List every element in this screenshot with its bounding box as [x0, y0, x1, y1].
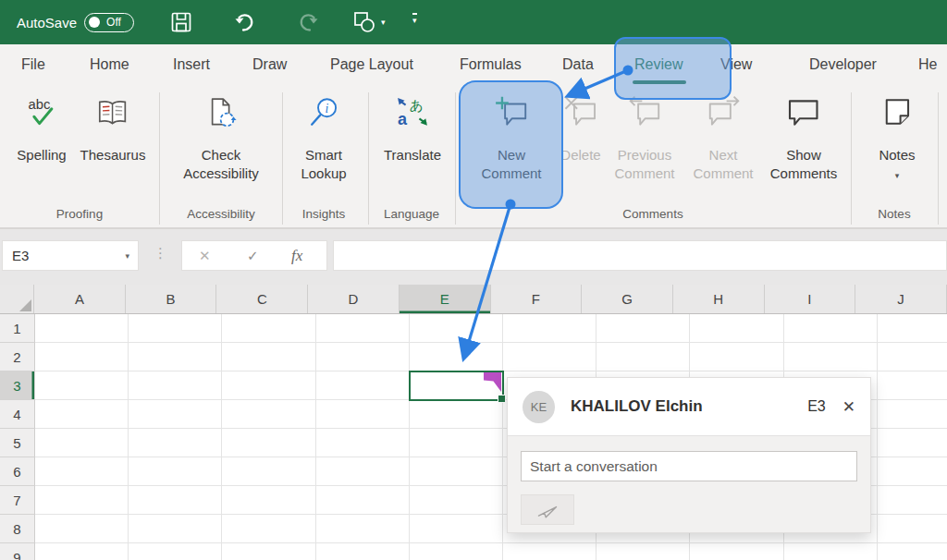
smart-lookup-icon: i — [307, 96, 340, 129]
comment-input[interactable] — [521, 451, 857, 481]
group-label-insights: Insights — [302, 207, 346, 221]
svg-text:a: a — [398, 110, 408, 128]
notes-button[interactable]: Notes▾ — [879, 96, 915, 185]
row-header-5[interactable]: 5 — [0, 429, 35, 457]
thesaurus-button[interactable]: Thesaurus — [80, 96, 146, 164]
column-headers: A B C D E F G H I J — [0, 285, 947, 314]
group-label-accessibility: Accessibility — [187, 207, 255, 221]
selected-cell-e3[interactable] — [409, 371, 504, 401]
thesaurus-icon — [96, 96, 129, 129]
show-comments-button[interactable]: ShowComments — [770, 96, 838, 183]
column-header-a[interactable]: A — [34, 285, 126, 313]
customize-qat-icon[interactable]: ▾ — [412, 13, 417, 25]
tab-review[interactable]: Review — [634, 56, 683, 73]
send-icon — [535, 500, 560, 520]
show-comments-icon — [785, 95, 822, 130]
tab-view[interactable]: View — [720, 56, 752, 73]
confirm-entry-icon[interactable]: ✓ — [247, 241, 259, 270]
translate-button[interactable]: あ a Translate — [384, 96, 441, 164]
tab-draw[interactable]: Draw — [252, 56, 287, 73]
row-header-8[interactable]: 8 — [0, 515, 35, 543]
tab-help[interactable]: He — [918, 56, 937, 73]
label-line: Smart — [305, 147, 342, 163]
shapes-dropdown-caret[interactable]: ▾ — [381, 18, 386, 27]
label-line: Previous — [618, 147, 671, 163]
cancel-entry-icon[interactable]: ✕ — [199, 241, 211, 270]
group-label-language: Language — [384, 207, 439, 221]
comment-indicator-flag[interactable] — [484, 372, 501, 392]
column-header-f[interactable]: F — [491, 285, 583, 313]
column-header-d[interactable]: D — [308, 285, 400, 313]
save-icon[interactable] — [169, 10, 193, 34]
check-accessibility-button[interactable]: CheckAccessibility — [183, 96, 259, 183]
name-box[interactable]: E3 ▾ — [2, 240, 139, 271]
column-header-e[interactable]: E — [400, 285, 491, 313]
row-header-7[interactable]: 7 — [0, 486, 35, 515]
spelling-button[interactable]: abc Spelling — [17, 96, 66, 164]
check-accessibility-icon — [204, 96, 238, 129]
tab-home[interactable]: Home — [90, 56, 129, 73]
name-box-dropdown-caret[interactable]: ▾ — [125, 251, 129, 261]
new-comment-icon — [493, 95, 530, 130]
formula-bar: E3 ▾ ⋮ ✕ ✓ fx — [0, 228, 947, 285]
translate-icon: あ a — [396, 96, 429, 129]
name-box-value: E3 — [12, 248, 29, 263]
smart-lookup-button[interactable]: i SmartLookup — [301, 96, 346, 183]
new-comment-button[interactable]: NewComment — [481, 96, 541, 183]
tab-data[interactable]: Data — [562, 56, 594, 73]
tab-file[interactable]: File — [21, 56, 45, 73]
group-separator — [282, 92, 283, 225]
check-accessibility-label: CheckAccessibility — [183, 146, 259, 183]
label-line: Comment — [614, 165, 674, 181]
svg-text:あ: あ — [410, 97, 424, 113]
group-label-comments: Comments — [622, 207, 683, 221]
tab-formulas[interactable]: Formulas — [460, 56, 522, 73]
tab-page-layout[interactable]: Page Layout — [330, 56, 413, 73]
label-line: Next — [709, 147, 738, 163]
column-header-i[interactable]: I — [765, 285, 856, 313]
svg-text:abc: abc — [28, 97, 50, 112]
group-separator — [455, 92, 456, 225]
close-icon[interactable]: ✕ — [842, 397, 855, 417]
active-tab-underline — [633, 80, 686, 84]
notes-dropdown-caret[interactable]: ▾ — [879, 166, 915, 185]
label-line: Show — [786, 147, 821, 163]
thesaurus-label: Thesaurus — [80, 146, 146, 164]
label-line: New — [498, 147, 525, 163]
spelling-icon: abc — [25, 96, 58, 129]
select-all-corner[interactable] — [0, 285, 34, 313]
row-header-4[interactable]: 4 — [0, 400, 35, 429]
delete-comment-label: Delete — [560, 146, 600, 164]
notes-label: Notes▾ — [879, 146, 915, 185]
column-header-b[interactable]: B — [126, 285, 217, 313]
tab-insert[interactable]: Insert — [173, 56, 210, 73]
row-header-9[interactable]: 9 — [0, 543, 35, 560]
next-comment-icon — [705, 95, 742, 130]
insert-function-icon[interactable]: fx — [291, 241, 302, 270]
comment-cell-ref: E3 — [807, 398, 826, 415]
formula-bar-drag-handle[interactable]: ⋮ — [154, 245, 167, 262]
comment-author: KHALILOV Elchin — [571, 397, 807, 416]
column-header-j[interactable]: J — [855, 285, 947, 313]
tab-developer[interactable]: Developer — [809, 56, 877, 73]
group-label-proofing: Proofing — [56, 207, 103, 221]
column-header-c[interactable]: C — [216, 285, 308, 313]
autosave-state: Off — [106, 16, 121, 29]
group-separator — [938, 92, 939, 225]
row-header-3[interactable]: 3 — [0, 371, 35, 400]
column-header-g[interactable]: G — [582, 285, 673, 313]
autosave-control[interactable]: AutoSave Off — [17, 0, 134, 44]
shapes-icon[interactable] — [352, 10, 376, 34]
ribbon: abc Spelling Thesaurus — [0, 88, 947, 228]
row-header-2[interactable]: 2 — [0, 343, 35, 371]
fill-handle[interactable] — [498, 395, 506, 403]
autosave-toggle[interactable]: Off — [84, 13, 134, 32]
delete-comment-button: Delete — [560, 96, 600, 164]
row-header-1[interactable]: 1 — [0, 314, 35, 343]
formula-input[interactable] — [333, 240, 947, 271]
svg-text:i: i — [325, 102, 328, 116]
column-header-h[interactable]: H — [673, 285, 765, 313]
undo-icon[interactable] — [232, 10, 256, 34]
send-comment-button[interactable] — [521, 494, 574, 525]
row-header-6[interactable]: 6 — [0, 457, 35, 486]
